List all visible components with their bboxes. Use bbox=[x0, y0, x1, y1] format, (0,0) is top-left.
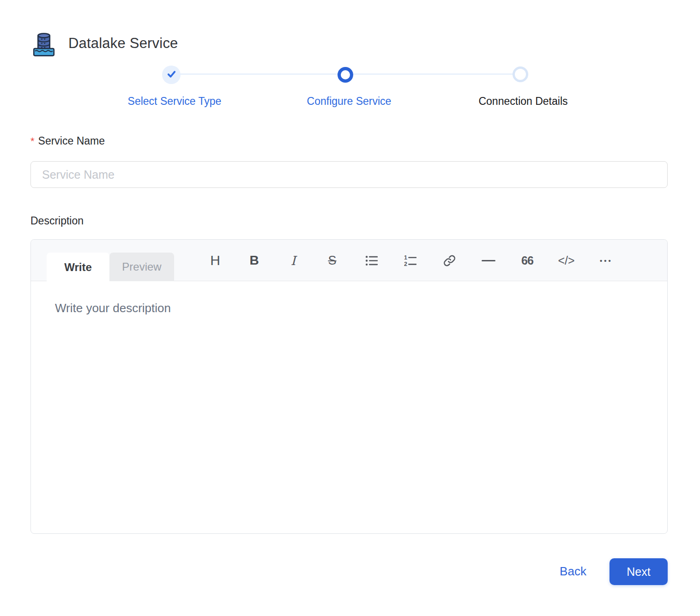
code-icon[interactable]: </> bbox=[557, 250, 576, 271]
step-label-configure-service[interactable]: Configure Service bbox=[275, 95, 423, 108]
heading-icon[interactable]: H bbox=[206, 250, 224, 271]
datalake-icon bbox=[30, 31, 57, 58]
step-label-connection-details[interactable]: Connection Details bbox=[449, 95, 597, 108]
more-icon[interactable]: ••• bbox=[596, 250, 615, 271]
quote-icon[interactable]: 66 bbox=[518, 250, 537, 271]
editor-write-area bbox=[31, 282, 667, 534]
description-label: Description bbox=[30, 215, 84, 227]
service-name-label: *Service Name bbox=[30, 135, 105, 147]
ordered-list-icon[interactable]: 1 2 bbox=[401, 250, 420, 271]
description-editor: Write Preview H B I S bbox=[30, 239, 668, 534]
service-name-label-text: Service Name bbox=[38, 135, 105, 147]
bold-icon[interactable]: B bbox=[245, 250, 264, 271]
step-upcoming-circle bbox=[513, 66, 528, 82]
page-title: Datalake Service bbox=[68, 35, 178, 52]
tab-preview[interactable]: Preview bbox=[109, 253, 174, 281]
strikethrough-icon[interactable]: S bbox=[323, 250, 342, 271]
service-name-input[interactable] bbox=[30, 161, 668, 188]
editor-toolbar-bar: Write Preview H B I S bbox=[31, 240, 667, 281]
step-completed-circle bbox=[162, 66, 181, 84]
step-active-circle bbox=[338, 67, 353, 83]
checkmark-icon bbox=[166, 69, 177, 81]
link-icon[interactable] bbox=[440, 250, 459, 271]
horizontal-rule-icon[interactable] bbox=[479, 250, 498, 271]
svg-text:2: 2 bbox=[404, 261, 407, 267]
description-textarea[interactable] bbox=[31, 282, 667, 534]
back-button[interactable]: Back bbox=[552, 564, 594, 579]
svg-text:1: 1 bbox=[404, 254, 407, 261]
tab-write[interactable]: Write bbox=[47, 253, 109, 282]
next-button[interactable]: Next bbox=[609, 558, 668, 585]
configure-service-page: Datalake Service Select Service Type Con… bbox=[0, 0, 700, 616]
editor-toolbar: H B I S 1 2 bbox=[206, 240, 615, 281]
unordered-list-icon[interactable] bbox=[362, 250, 380, 271]
italic-icon[interactable]: I bbox=[284, 250, 302, 271]
required-asterisk: * bbox=[30, 135, 35, 147]
step-label-select-service-type[interactable]: Select Service Type bbox=[101, 95, 248, 108]
